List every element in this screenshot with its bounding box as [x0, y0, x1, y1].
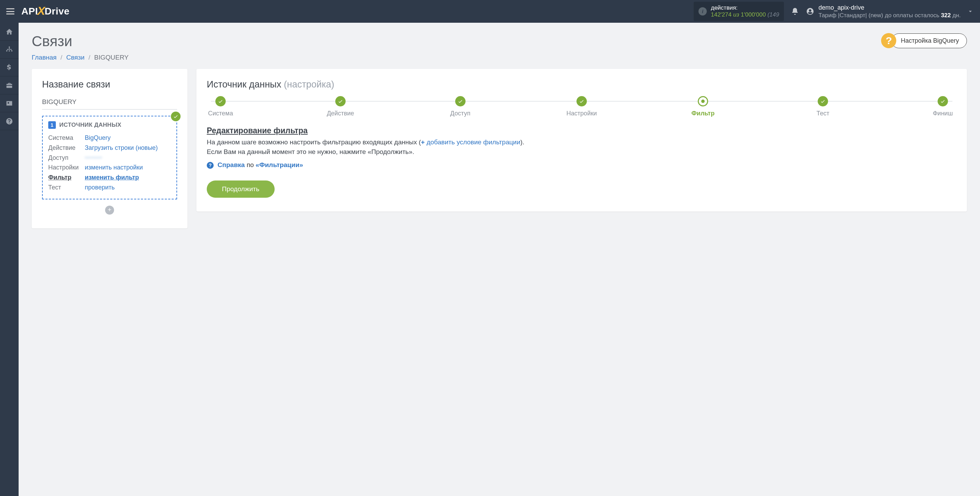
bell-icon[interactable]: [791, 7, 799, 16]
step-Финиш[interactable]: Финиш: [929, 96, 956, 117]
source-config-card: Источник данных (настройка) СистемаДейст…: [196, 69, 967, 211]
kv-key: Доступ: [48, 153, 85, 163]
step-dot: [698, 96, 708, 107]
step-dot: [455, 96, 466, 107]
topbar: APIXDrive i действия: 142'274 из 1'000'0…: [0, 0, 980, 23]
menu-toggle[interactable]: [6, 8, 14, 14]
connection-name-input[interactable]: [42, 96, 177, 110]
step-dot: [576, 96, 587, 107]
actions-iz: из: [733, 11, 739, 18]
source-head-label: ИСТОЧНИК ДАННЫХ: [59, 122, 121, 129]
sidebar-help[interactable]: [0, 112, 19, 130]
continue-button[interactable]: Продолжить: [207, 181, 275, 198]
actions-tail: (149: [767, 11, 779, 18]
step-Действие[interactable]: Действие: [327, 96, 354, 117]
step-Доступ[interactable]: Доступ: [447, 96, 474, 117]
help-topic-link[interactable]: «Фильтрации»: [256, 161, 303, 169]
breadcrumb-current: BIGQUERY: [94, 54, 129, 61]
step-label: Настройки: [566, 110, 597, 117]
sidebar-billing[interactable]: [0, 59, 19, 76]
filter-description: На данном шаге возможно настроить фильтр…: [207, 137, 956, 156]
actions-total: 1'000'000: [741, 11, 766, 18]
step-dot: [938, 96, 948, 107]
step-label: Система: [208, 110, 233, 117]
logo[interactable]: APIXDrive: [21, 5, 70, 18]
add-step-button[interactable]: +: [105, 206, 114, 215]
connection-card: Название связи 1 ИСТОЧНИК ДАННЫХ Система…: [32, 69, 188, 228]
source-box: 1 ИСТОЧНИК ДАННЫХ СистемаBigQueryДействи…: [42, 116, 177, 199]
step-label: Действие: [327, 110, 354, 117]
user-icon: [806, 7, 814, 16]
step-label: Тест: [816, 110, 829, 117]
help-line: ? Справка по «Фильтрации»: [207, 161, 956, 169]
source-number: 1: [48, 121, 56, 129]
step-dot: [818, 96, 828, 107]
connection-title: Название связи: [42, 79, 177, 90]
actions-used: 142'274: [711, 11, 732, 18]
step-Тест[interactable]: Тест: [809, 96, 837, 117]
kv-row: Настройкиизменить настройки: [48, 162, 171, 173]
step-label: Доступ: [450, 110, 471, 117]
kv-key: Система: [48, 133, 85, 143]
kv-row: СистемаBigQuery: [48, 133, 171, 143]
check-icon: [171, 111, 181, 121]
kv-row: Фильтризменить фильтр: [48, 173, 171, 183]
main-content: Связи ? Настройка BigQuery Главная / Свя…: [19, 23, 980, 496]
kv-val[interactable]: изменить фильтр: [85, 173, 139, 183]
kv-row: Доступ••••••••: [48, 153, 171, 163]
kv-key: Фильтр: [48, 173, 85, 183]
stepper: СистемаДействиеДоступНастройкиФильтрТест…: [207, 96, 956, 117]
kv-row: ДействиеЗагрузить строки (новые): [48, 143, 171, 153]
source-config-title: Источник данных (настройка): [207, 79, 956, 90]
kv-val[interactable]: проверить: [85, 183, 115, 192]
add-filter-link[interactable]: добавить условие фильтрации: [426, 138, 520, 146]
step-Настройки[interactable]: Настройки: [566, 96, 597, 117]
actions-label: действия:: [711, 5, 779, 11]
kv-val[interactable]: Загрузить строки (новые): [85, 143, 158, 153]
kv-key: Настройки: [48, 162, 85, 173]
step-Система[interactable]: Система: [207, 96, 234, 117]
kv-key: Тест: [48, 183, 85, 192]
filter-heading: Редактирование фильтра: [207, 126, 956, 135]
help-button[interactable]: ? Настройка BigQuery: [881, 33, 967, 48]
breadcrumb-links[interactable]: Связи: [66, 54, 84, 61]
help-button-label: Настройка BigQuery: [891, 33, 967, 48]
step-label: Финиш: [933, 110, 953, 117]
kv-row: Тестпроверить: [48, 183, 171, 192]
kv-val[interactable]: изменить настройки: [85, 162, 143, 173]
user-plan: Тариф |Стандарт| (new) до оплаты осталос…: [818, 12, 961, 19]
user-menu[interactable]: demo_apix-drive Тариф |Стандарт| (new) д…: [806, 4, 974, 19]
sidebar-connections[interactable]: [0, 41, 19, 59]
kv-val[interactable]: BigQuery: [85, 133, 111, 143]
page-title: Связи: [32, 33, 72, 49]
info-icon: i: [698, 7, 707, 16]
actions-counter: i действия: 142'274 из 1'000'000 (149: [694, 2, 784, 21]
sidebar: [0, 23, 19, 496]
breadcrumb-home[interactable]: Главная: [32, 54, 57, 61]
kv-key: Действие: [48, 143, 85, 153]
step-dot: [335, 96, 345, 107]
step-label: Фильтр: [691, 110, 714, 117]
question-icon: ?: [207, 162, 214, 169]
step-Фильтр[interactable]: Фильтр: [689, 96, 717, 117]
breadcrumb: Главная / Связи / BIGQUERY: [32, 54, 967, 61]
sidebar-briefcase[interactable]: [0, 76, 19, 94]
help-link[interactable]: Справка: [218, 161, 245, 169]
sidebar-contacts[interactable]: [0, 94, 19, 112]
chevron-down-icon[interactable]: [967, 8, 974, 15]
kv-val[interactable]: ••••••••: [85, 153, 102, 163]
step-dot: [215, 96, 226, 107]
user-name: demo_apix-drive: [818, 4, 961, 12]
sidebar-home[interactable]: [0, 23, 19, 41]
